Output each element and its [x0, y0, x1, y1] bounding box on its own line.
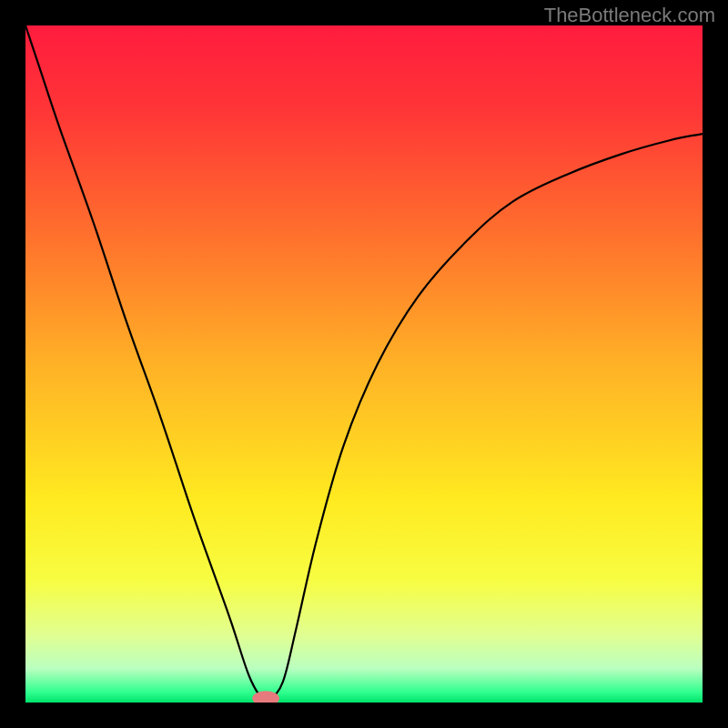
bottom-black-band [0, 703, 728, 728]
chart-svg [25, 25, 703, 703]
watermark: TheBottleneck.com [544, 4, 715, 27]
chart-background [25, 25, 703, 703]
plot-area [25, 25, 703, 703]
